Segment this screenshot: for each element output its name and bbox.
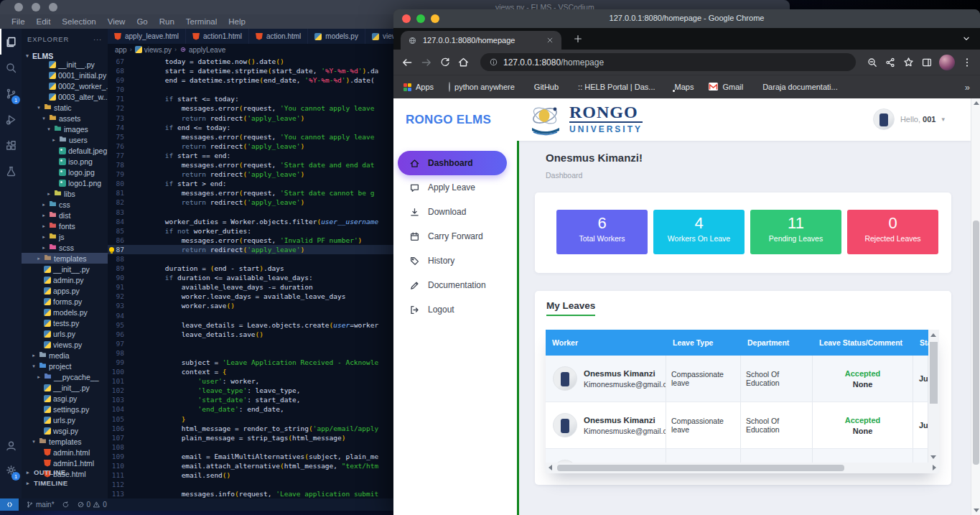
vscode-maximize-button[interactable] [49,3,57,11]
bookmark-maps[interactable]: Maps [671,83,694,91]
editor-tab-apply-leave-html[interactable]: apply_leave.html [108,29,186,44]
tree-item-views-py[interactable]: views.py [22,339,108,350]
tree-item-images[interactable]: ▾images [22,124,108,134]
activity-testing-icon[interactable] [0,158,22,184]
activity-extensions-icon[interactable] [0,132,22,158]
sidebar-item-dashboard[interactable]: Dashboard [398,151,507,175]
browser-tab[interactable]: 127.0.0.1:8080/homepage [401,31,561,50]
bookmark-github[interactable]: GitHub [530,83,559,91]
sidebar-item-documentation[interactable]: Documentation [398,273,507,297]
user-menu[interactable]: Hello, 001 ▾ [873,108,945,130]
activity-source-control-icon[interactable]: 1 [0,80,22,106]
sidebar-item-history[interactable]: History [398,249,507,273]
bookmark-apps[interactable]: Apps [403,83,434,91]
activity-search-icon[interactable] [0,55,22,80]
back-button[interactable] [401,56,414,69]
tree-item-forms-py[interactable]: forms.py [22,296,108,307]
menu-run[interactable]: Run [154,17,180,26]
remote-indicator[interactable] [0,498,19,511]
tree-item-css[interactable]: ▸css [22,199,108,210]
scrollbar-thumb[interactable] [930,342,938,404]
editor-tab-models-py[interactable]: models.py [308,29,365,44]
tree-item-logo-jpg[interactable]: logo.jpg [22,167,108,177]
forward-button[interactable] [420,56,433,69]
reload-button[interactable] [439,57,451,68]
address-bar[interactable]: 127.0.0.1:8080/homepage [480,53,856,71]
tab-search-chevron-icon[interactable] [961,34,971,44]
sidebar-item-logout[interactable]: Logout [398,297,507,322]
sidebar-item-apply-leave[interactable]: Apply Leave [398,175,507,200]
tree-item-assets[interactable]: ▾assets [22,113,108,124]
table-horizontal-scrollbar[interactable] [546,463,939,473]
tree-item-project[interactable]: ▾project [22,361,108,371]
tree-item-libs[interactable]: ▸libs [22,188,108,199]
bookmark-daraja-documentati-[interactable]: Daraja documentati... [758,83,838,91]
activity-run-debug-icon[interactable] [0,106,22,132]
tree-item-0001-initial-py[interactable]: 0001_initial.py [22,70,108,80]
tree-item-asgi-py[interactable]: asgi.py [22,393,108,404]
git-branch-status[interactable]: main* [26,501,55,509]
tree-item-scss[interactable]: ▸scss [22,242,108,253]
bookmark-python-anywhere[interactable]: python anywhere [449,83,515,91]
editor-tab-action1-html[interactable]: action1.html [186,29,249,44]
home-button[interactable] [457,56,470,68]
tree-item-urls-py[interactable]: urls.py [22,414,108,425]
tree-item-js[interactable]: ▸js [22,231,108,242]
tree-item-apps-py[interactable]: apps.py [22,285,108,296]
lightbulb-icon[interactable] [109,247,114,252]
sidebar-item-carry-forward[interactable]: Carry Forward [398,224,507,249]
zoom-icon[interactable] [867,57,878,68]
tree-item-templates[interactable]: ▾templates [22,436,108,447]
sync-button[interactable] [62,501,70,509]
tree-item-users[interactable]: ▸users [22,134,108,145]
tree-item-default-jpeg[interactable]: default.jpeg [22,145,108,156]
bookmark--helb-portal-das-[interactable]: :: HELB Portal | Das... [574,83,655,91]
scrollbar-thumb[interactable] [973,221,979,465]
bookmark-star-icon[interactable] [902,56,915,68]
menu-terminal[interactable]: Terminal [180,17,223,26]
scrollbar-thumb[interactable] [557,465,844,471]
table-row[interactable]: Onesmus KimanziKimonesmuske@gmail.comCom… [546,402,928,449]
tree-item-admin-html[interactable]: admin.html [22,447,108,458]
bookmark-gmail[interactable]: Gmail [709,83,743,92]
outline-section[interactable]: ▸OUTLINE [22,467,108,478]
tree-item-iso-png[interactable]: iso.png [22,156,108,167]
tree-item--init-py[interactable]: __init__.py [22,382,108,393]
breadcrumb-app[interactable]: app [115,46,127,54]
tree-item-templates[interactable]: ▸templates [22,253,108,264]
explorer-more-icon[interactable]: ··· [93,35,102,43]
tree-item-0002-worker-[interactable]: 0002_worker_... [22,80,108,91]
tree-item-settings-py[interactable]: settings.py [22,404,108,414]
page-info-icon[interactable] [489,57,498,67]
sidebar-item-download[interactable]: Download [398,200,507,224]
problems-status[interactable]: 00 [77,501,107,509]
tree-item-wsgi-py[interactable]: wsgi.py [22,425,108,436]
share-icon[interactable] [885,57,896,68]
profile-avatar[interactable] [939,55,955,70]
side-panel-icon[interactable] [921,57,933,68]
vscode-minimize-button[interactable] [32,3,40,11]
tree-item--init-py[interactable]: __init__.py [22,264,108,274]
tab-close-icon[interactable] [546,36,554,45]
activity-explorer-icon[interactable] [0,29,22,55]
brand-link[interactable]: RONGO ELMS [406,98,491,141]
tree-item-models-py[interactable]: models.py [22,307,108,317]
tree-item-dist[interactable]: ▸dist [22,210,108,221]
new-tab-button[interactable] [573,34,583,44]
table-vertical-scrollbar[interactable] [928,330,939,463]
page-scrollbar[interactable] [971,98,980,515]
tree-item-logo1-png[interactable]: logo1.png [22,177,108,188]
breadcrumb-applyleave[interactable]: applyLeave [179,46,225,54]
breadcrumb-views.py[interactable]: views.py [135,46,172,54]
menu-go[interactable]: Go [131,17,153,26]
table-row[interactable]: Onesmus KimanziKimonesmuske@gmail.comCom… [546,356,928,402]
tree-item-admin-py[interactable]: admin.py [22,274,108,285]
vscode-close-button[interactable] [14,3,23,11]
menu-file[interactable]: File [6,17,31,26]
tree-item-0003-alter-w-[interactable]: 0003_alter_w... [22,91,108,102]
tree-item-urls-py[interactable]: urls.py [22,328,108,339]
bookmarks-overflow-icon[interactable]: » [965,82,970,93]
editor-tab-action-html[interactable]: action.html [249,29,308,44]
browser-menu-icon[interactable] [961,57,973,68]
tree-item-static[interactable]: ▾static [22,102,108,113]
